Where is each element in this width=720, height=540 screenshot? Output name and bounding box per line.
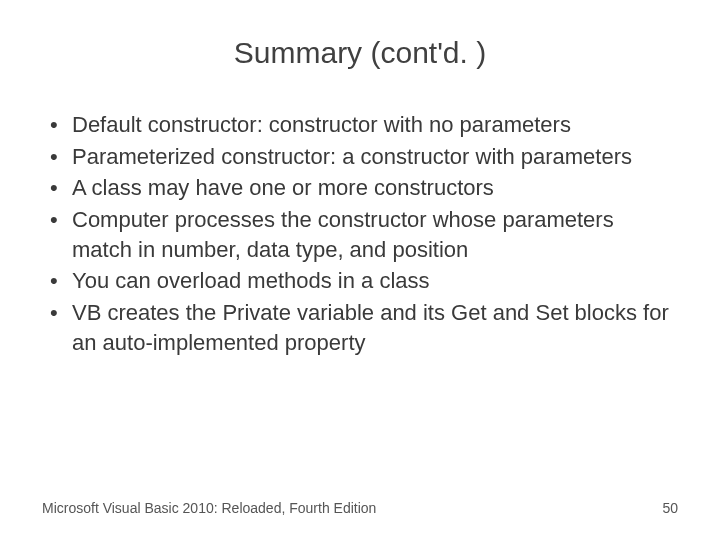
footer-page-number: 50 <box>662 500 678 516</box>
list-item: A class may have one or more constructor… <box>42 173 678 203</box>
list-item: Computer processes the constructor whose… <box>42 205 678 264</box>
slide: Summary (cont'd. ) Default constructor: … <box>0 0 720 540</box>
list-item: You can overload methods in a class <box>42 266 678 296</box>
bullet-list: Default constructor: constructor with no… <box>42 110 678 358</box>
list-item: Default constructor: constructor with no… <box>42 110 678 140</box>
slide-title: Summary (cont'd. ) <box>0 0 720 90</box>
footer-source: Microsoft Visual Basic 2010: Reloaded, F… <box>42 500 376 516</box>
slide-body: Default constructor: constructor with no… <box>0 90 720 358</box>
list-item: Parameterized constructor: a constructor… <box>42 142 678 172</box>
list-item: VB creates the Private variable and its … <box>42 298 678 357</box>
slide-footer: Microsoft Visual Basic 2010: Reloaded, F… <box>42 500 678 516</box>
